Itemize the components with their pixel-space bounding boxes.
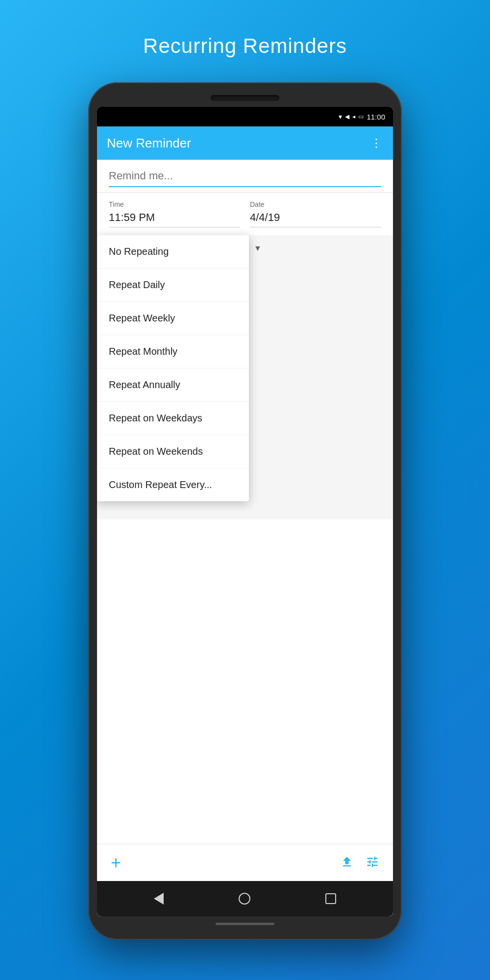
share-icon[interactable] [340,855,354,871]
phone-screen: ▾ ◀ ◂ ▭ 11:00 New Reminder ⋮ Time 11:59 … [97,107,393,916]
wifi-icon: ▾ [339,113,342,121]
recents-button[interactable] [325,893,336,904]
dropdown-item-repeat-weekly[interactable]: Repeat Weekly [97,302,249,335]
status-time: 11:00 [367,113,385,121]
app-bar: New Reminder ⋮ [97,126,393,160]
add-button[interactable]: + [111,853,121,873]
dropdown-item-repeat-weekdays[interactable]: Repeat on Weekdays [97,402,249,435]
bottom-right-icons [340,855,379,871]
dropdown-item-repeat-weekends[interactable]: Repeat on Weekends [97,435,249,468]
dropdown-item-repeat-annually[interactable]: Repeat Annually [97,368,249,402]
filter-icon[interactable] [366,855,379,871]
status-bar: ▾ ◀ ◂ ▭ 11:00 [97,107,393,126]
dropdown-item-custom-repeat[interactable]: Custom Repeat Every... [97,468,249,501]
nav-bar [97,881,393,916]
signal-strength-icon: ◂ [352,113,355,120]
time-value: 11:59 PM [109,211,240,227]
status-icons: ▾ ◀ ◂ ▭ 11:00 [339,113,385,121]
bottom-bar: + [97,844,393,881]
time-label: Time [109,200,240,208]
battery-icon: ▭ [358,113,364,120]
time-field[interactable]: Time 11:59 PM [109,200,240,227]
date-label: Date [250,200,381,208]
signal-icon: ◀ [345,113,349,120]
phone-speaker [211,95,279,101]
reminder-input[interactable] [109,170,381,187]
back-button[interactable] [154,893,164,905]
content-area: Time 11:59 PM Date 4/4/19 No Repeating R… [97,160,393,844]
time-date-section: Time 11:59 PM Date 4/4/19 [97,193,393,235]
phone-frame: ▾ ◀ ◂ ▭ 11:00 New Reminder ⋮ Time 11:59 … [88,82,402,940]
date-field[interactable]: Date 4/4/19 [250,200,381,227]
app-bar-title: New Reminder [107,136,191,151]
phone-bottom [97,916,393,931]
dropdown-arrow-icon: ▼ [254,244,262,252]
home-button[interactable] [239,893,250,905]
repeat-dropdown-menu: No Repeating Repeat Daily Repeat Weekly … [97,235,249,501]
dropdown-item-repeat-monthly[interactable]: Repeat Monthly [97,335,249,368]
dropdown-item-no-repeating[interactable]: No Repeating [97,235,249,269]
date-value: 4/4/19 [250,211,381,227]
dropdown-item-repeat-daily[interactable]: Repeat Daily [97,269,249,302]
page-title: Recurring Reminders [143,34,347,58]
more-options-icon[interactable]: ⋮ [370,136,383,150]
phone-chin [216,923,274,925]
reminder-input-section [97,160,393,193]
repeat-section[interactable]: No Repeating Repeat Daily Repeat Weekly … [97,235,393,519]
